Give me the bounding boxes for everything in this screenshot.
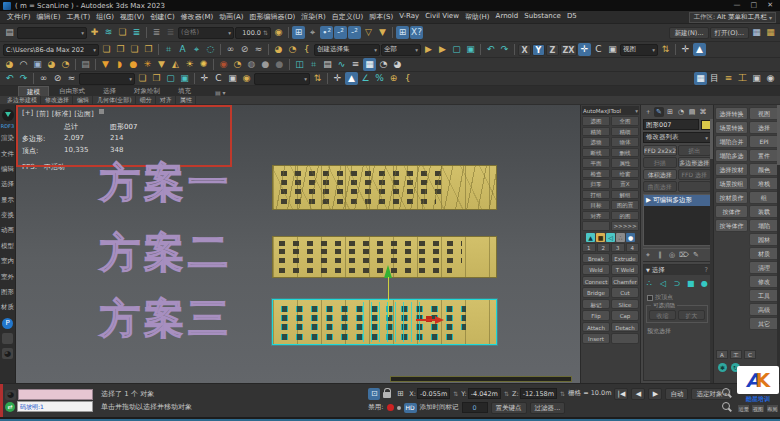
lock-selection-icon[interactable]	[383, 392, 391, 398]
brace-icon[interactable]: {	[300, 43, 313, 56]
play-button[interactable]: ▶	[648, 388, 662, 400]
automax-poly-button[interactable]: T Weld	[611, 264, 639, 275]
axis-z-button[interactable]: Z	[546, 44, 559, 56]
gizmo-x-axis[interactable]	[416, 319, 436, 321]
link-icon[interactable]: ∞	[37, 72, 50, 85]
render-setup-icon[interactable]: ◔	[231, 58, 244, 71]
automax-button[interactable]: 检查	[582, 169, 610, 179]
plugin-button[interactable]: 置件	[749, 149, 779, 162]
crossing-icon[interactable]: ▣	[178, 72, 191, 85]
bind-icon[interactable]: ≈	[65, 72, 78, 85]
automax-button[interactable]: 置X	[611, 179, 639, 189]
teapot-icon[interactable]: ◕	[5, 390, 16, 400]
ribbon-subtab[interactable]: 对齐	[157, 96, 176, 105]
automax-poly-button[interactable]: Connect	[582, 276, 610, 287]
area-light-icon[interactable]: ◭	[169, 58, 182, 71]
modifier-button[interactable]: 体积选择	[643, 169, 677, 180]
vray-logo-icon[interactable]	[2, 109, 14, 121]
automax-poly-button[interactable]: Flip	[582, 310, 610, 321]
ribbon-subtab[interactable]: 几何体(全部)	[94, 96, 136, 105]
logo-bottom-button[interactable]: 近景	[737, 404, 750, 413]
save-icon[interactable]: ▦	[750, 26, 763, 39]
modifier-stack[interactable]: ▶ 可编辑多边形	[643, 194, 711, 246]
dock-item-室内[interactable]: 室内	[1, 257, 14, 266]
render-iterative-icon[interactable]: ◉	[217, 58, 230, 71]
display-icon[interactable]: 目	[708, 72, 721, 85]
light-icon[interactable]: ✳	[141, 58, 154, 71]
plugin-mini-button[interactable]: 工	[730, 350, 742, 359]
xview-icon[interactable]: -²	[334, 26, 347, 39]
plugin-button[interactable]: 选择转换	[715, 107, 748, 120]
placement-icon[interactable]: ◉	[240, 72, 253, 85]
menu-item[interactable]: Arnold	[493, 12, 522, 22]
plugin-button[interactable]: 塌陷	[749, 219, 779, 232]
building-elevation-3-selected[interactable]	[272, 299, 497, 345]
manipulate-icon[interactable]: ✛	[679, 43, 692, 56]
ribbon-tab-选择[interactable]: 选择	[95, 86, 124, 96]
selection-group-button[interactable]: 收缩	[649, 310, 676, 320]
ring-dot-icon[interactable]	[397, 406, 401, 410]
new-button[interactable]: 新建(N)...	[669, 27, 708, 39]
scale-icon[interactable]: ▣	[606, 43, 619, 56]
menu-item[interactable]: Civil View	[422, 12, 462, 22]
circle-select-icon[interactable]: ◌	[204, 43, 217, 56]
round-icon[interactable]: ◉	[764, 72, 777, 85]
previous-frame-button[interactable]: ◀	[631, 388, 645, 400]
move-icon[interactable]: ✛	[578, 43, 591, 56]
menu-item[interactable]: Substance	[521, 12, 564, 22]
ribbon-subtab[interactable]: 编辑	[74, 96, 93, 105]
named-selection-set-dropdown[interactable]: 创建选择集▾	[314, 44, 380, 56]
display-tab-icon[interactable]: ▤	[687, 107, 697, 117]
absolute-mode-icon[interactable]: ⊞	[394, 388, 406, 400]
array-icon[interactable]: ⌗	[307, 58, 320, 71]
coord-dropdown[interactable]: ▾	[254, 73, 310, 85]
spot-icon[interactable]: ▼	[155, 58, 168, 71]
dock-item-材质[interactable]: 材质	[1, 303, 14, 312]
automax-poly-button[interactable]: Cap	[611, 310, 639, 321]
layer-select-icon[interactable]: ❏	[116, 26, 129, 39]
coordinate-value[interactable]: -0.055m	[417, 388, 450, 399]
automax-poly-button[interactable]: Slice	[611, 299, 639, 310]
spinner-snap-icon[interactable]: ⊕	[387, 72, 400, 85]
menu-item[interactable]: 修改器(M)	[178, 12, 217, 22]
percent-snap-icon[interactable]: %	[373, 72, 386, 85]
listener-status-icon[interactable]: ⇄	[5, 402, 15, 412]
menu-item[interactable]: 工具(T)	[63, 12, 93, 22]
pin-stack-icon[interactable]: ⌖	[643, 250, 653, 260]
automax-button[interactable]: 选图	[582, 116, 610, 126]
set-key-button[interactable]: 置关键点	[491, 402, 527, 414]
selection-filter-dropdown[interactable]: 全部▾	[381, 44, 421, 56]
selection-set-dropdown[interactable]: ▾	[17, 27, 87, 39]
xview-icon[interactable]: ∙²	[320, 26, 333, 39]
plugin-button[interactable]: 高级	[749, 303, 779, 316]
automax-button[interactable]: 打组	[582, 190, 610, 200]
add-layer-icon[interactable]: ✚	[88, 26, 101, 39]
dock-item-渲染[interactable]: 渲染	[1, 134, 14, 143]
coordinate-value[interactable]: -12.158m	[520, 388, 557, 399]
cone-icon[interactable]: ▽	[362, 26, 375, 39]
unlink-icon[interactable]: ⊘	[51, 72, 64, 85]
layer-icon[interactable]: ≣	[164, 26, 177, 39]
automax-number-button[interactable]: 4	[626, 243, 640, 252]
coordinate-field[interactable]: Z:-12.158m⇅	[512, 388, 565, 399]
menu-item[interactable]: 文件(F)	[4, 12, 34, 22]
save-plus-icon[interactable]: ▦	[764, 26, 777, 39]
edge-icon[interactable]: ◁	[606, 233, 615, 242]
plugin-mini-button[interactable]: A	[716, 350, 728, 359]
automax-button[interactable]: 归零	[582, 179, 610, 189]
list-icon[interactable]: ≡	[722, 72, 735, 85]
dock-item-编辑[interactable]: 编辑	[1, 165, 14, 174]
isolate-selection-icon[interactable]: ⊡	[368, 388, 380, 400]
viewport[interactable]: [+][前][标准][边面] 总计图形007多边形:2,097214顶点:10,…	[16, 105, 580, 383]
modifier-button[interactable]: FFD 2x2x2	[643, 145, 677, 156]
plugin-button[interactable]: 其它	[749, 317, 779, 330]
layer-list-icon[interactable]: ≣	[130, 26, 143, 39]
maximize-button[interactable]: □	[751, 0, 758, 11]
automax-button[interactable]: 删线	[611, 148, 639, 158]
automax-number-button[interactable]: 3	[611, 243, 625, 252]
plugin-button[interactable]: 按材质作	[715, 191, 748, 204]
border-subobject-icon[interactable]: ⊃	[672, 278, 683, 289]
dock-tool-icon[interactable]	[2, 333, 13, 344]
remove-modifier-icon[interactable]: ⌦	[679, 250, 689, 260]
coordinate-value[interactable]: -4.042m	[468, 388, 501, 399]
